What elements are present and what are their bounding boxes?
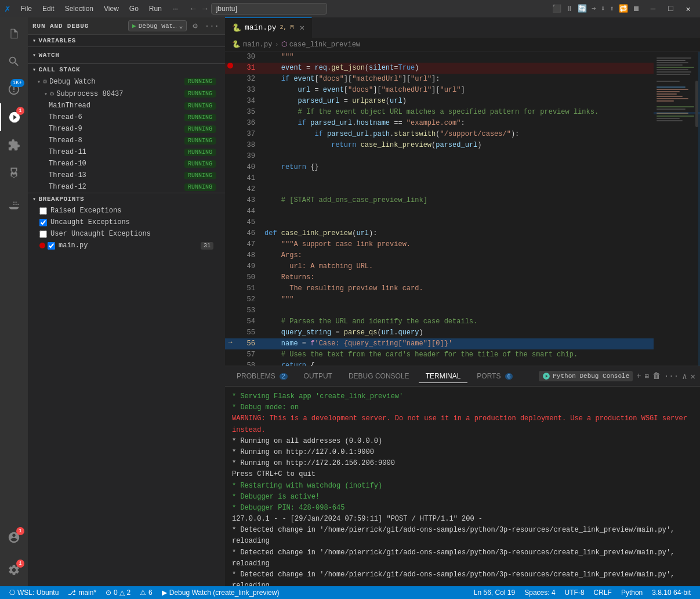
breadcrumb-file[interactable]: main.py bbox=[243, 41, 272, 49]
activity-search[interactable] bbox=[0, 48, 28, 75]
menu-more[interactable]: ··· bbox=[168, 3, 183, 14]
terminal-line-12: * Detected change in '/home/pierrick/git… bbox=[232, 525, 693, 547]
menu-view[interactable]: View bbox=[99, 3, 124, 14]
watch-header[interactable]: ▾ WATCH bbox=[28, 49, 225, 61]
svg-rect-21 bbox=[657, 116, 694, 117]
debug-more-button[interactable]: ··· bbox=[204, 20, 220, 32]
warning-icon: ⚠ bbox=[140, 589, 146, 597]
variables-header[interactable]: ▾ VARIABLES bbox=[28, 35, 225, 46]
tab-ports[interactable]: PORTS 6 bbox=[470, 370, 520, 383]
debug-status-icon: ▶ bbox=[162, 589, 167, 597]
activity-run-debug[interactable]: 1 bbox=[0, 103, 28, 131]
status-wsl[interactable]: ⎔ WSL: Ubuntu bbox=[5, 589, 63, 597]
menu-selection[interactable]: Selection bbox=[60, 3, 98, 14]
status-spaces[interactable]: Spaces: 4 bbox=[520, 589, 560, 597]
terminal-label: TERMINAL bbox=[426, 372, 461, 380]
nav-forward[interactable]: → bbox=[200, 3, 209, 15]
status-python-version[interactable]: 3.8.10 64-bit bbox=[647, 589, 695, 597]
bp-circle-31 bbox=[227, 63, 233, 68]
status-debug[interactable]: ▶ Debug Watch (create_link_preview) bbox=[157, 589, 284, 597]
activity-source-control[interactable]: 1K+ bbox=[0, 75, 28, 103]
callstack-thread13[interactable]: Thread-13 RUNNING bbox=[28, 169, 225, 181]
tab-close-icon[interactable]: ✕ bbox=[300, 23, 304, 33]
terminal-maximize-button[interactable]: ∧ bbox=[682, 371, 687, 381]
callstack-thread11[interactable]: Thread-11 RUNNING bbox=[28, 146, 225, 158]
status-language[interactable]: Python bbox=[616, 589, 647, 597]
activity-docker[interactable] bbox=[0, 192, 28, 219]
callstack-thread9[interactable]: Thread-9 RUNNING bbox=[28, 123, 225, 135]
status-errors[interactable]: ⊙ 0 △ 2 bbox=[101, 589, 135, 597]
terminal-close-button[interactable]: ✕ bbox=[691, 371, 695, 381]
tab-debug-console[interactable]: DEBUG CONSOLE bbox=[342, 370, 416, 383]
tab-problems[interactable]: PROBLEMS 2 bbox=[230, 370, 295, 383]
bp-raised-checkbox[interactable] bbox=[39, 207, 47, 215]
terminal-add-button[interactable]: + bbox=[636, 371, 641, 381]
linenum-42: 42 bbox=[235, 184, 264, 195]
minimap-bg bbox=[654, 52, 700, 366]
bp-user-uncaught[interactable]: User Uncaught Exceptions bbox=[28, 228, 225, 240]
bp-user-uncaught-checkbox[interactable] bbox=[39, 230, 47, 238]
nav-back[interactable]: ← bbox=[188, 3, 198, 15]
debug-settings-button[interactable]: ⚙ bbox=[191, 20, 198, 32]
code-editor[interactable]: 30 """ 31 event = req.get_json(silent=Tr… bbox=[225, 52, 654, 366]
bp-mainpy-checkbox[interactable] bbox=[48, 242, 55, 250]
settings-badge: 1 bbox=[16, 560, 24, 568]
status-branch[interactable]: ⎇ main* bbox=[63, 589, 101, 597]
status-encoding[interactable]: UTF-8 bbox=[560, 589, 589, 597]
callstack-mainthread[interactable]: MainThread RUNNING bbox=[28, 100, 225, 111]
breakpoint-dot bbox=[39, 243, 45, 248]
callstack-subprocess[interactable]: ▾ ⚙ Subprocess 80437 RUNNING bbox=[28, 88, 225, 100]
minimize-button[interactable]: — bbox=[646, 3, 660, 15]
callstack-thread6[interactable]: Thread-6 RUNNING bbox=[28, 111, 225, 123]
status-position[interactable]: Ln 56, Col 19 bbox=[469, 589, 520, 597]
linecontent-34: parsed_url = urlparse(url) bbox=[264, 96, 654, 107]
breadcrumb-symbol[interactable]: case_link_preview bbox=[289, 41, 360, 49]
menu-go[interactable]: Go bbox=[125, 3, 143, 14]
bp-mainpy[interactable]: main.py 31 bbox=[28, 240, 225, 251]
callstack-thread12[interactable]: Thread-12 RUNNING bbox=[28, 181, 225, 193]
breadcrumb: 🐍 main.py › ⬡ case_link_preview bbox=[225, 38, 700, 52]
thread9-label: Thread-9 bbox=[49, 125, 82, 133]
maximize-button[interactable]: □ bbox=[663, 3, 677, 15]
debug-selector[interactable]: ▶ Debug Wat… ⌄ bbox=[128, 20, 187, 31]
terminal-more-button[interactable]: ··· bbox=[664, 371, 679, 381]
activity-settings[interactable]: 1 bbox=[0, 556, 28, 584]
linenum-35: 35 bbox=[235, 107, 264, 118]
status-eol[interactable]: CRLF bbox=[589, 589, 616, 597]
menu-file[interactable]: File bbox=[16, 3, 37, 14]
callstack-thread8[interactable]: Thread-8 RUNNING bbox=[28, 135, 225, 146]
callstack-thread10[interactable]: Thread-10 RUNNING bbox=[28, 158, 225, 169]
linecontent-31: event = req.get_json(silent=True) bbox=[264, 63, 654, 74]
callstack-arrow: ▾ bbox=[32, 66, 37, 73]
watch-section: ▾ WATCH bbox=[28, 46, 225, 63]
activity-explorer[interactable] bbox=[0, 20, 28, 48]
thread6-badge: RUNNING bbox=[184, 114, 216, 121]
terminal-line-10: * Debugger PIN: 428-098-645 bbox=[232, 503, 693, 514]
tab-output[interactable]: OUTPUT bbox=[297, 370, 339, 383]
linenum-48: 48 bbox=[235, 250, 264, 261]
bp-uncaught-checkbox[interactable] bbox=[39, 219, 47, 226]
code-line-47: 47 """A support case link preview. bbox=[225, 239, 654, 250]
callstack-debug-watch[interactable]: ▾ ⚙ Debug Watch RUNNING bbox=[28, 75, 225, 88]
activity-testing[interactable] bbox=[0, 159, 28, 187]
tab-mainpy[interactable]: 🐍 main.py 2, M ✕ bbox=[225, 17, 312, 38]
bp-uncaught-exceptions[interactable]: Uncaught Exceptions bbox=[28, 216, 225, 228]
status-warnings[interactable]: ⚠ 6 bbox=[135, 589, 157, 597]
accounts-badge: 1 bbox=[16, 527, 24, 535]
terminal-trash-button[interactable]: 🗑 bbox=[652, 371, 661, 381]
activity-extensions[interactable] bbox=[0, 131, 28, 159]
terminal-split-button[interactable]: ⊞ bbox=[645, 372, 649, 381]
terminal-body[interactable]: * Serving Flask app 'create_link_preview… bbox=[225, 387, 700, 586]
linecontent-46: def case_link_preview(url): bbox=[264, 228, 654, 239]
breakpoints-header[interactable]: ▾ BREAKPOINTS bbox=[28, 193, 225, 205]
menu-run[interactable]: Run bbox=[144, 3, 166, 14]
activity-accounts[interactable]: 1 bbox=[0, 524, 28, 551]
breakpoints-label: BREAKPOINTS bbox=[39, 196, 85, 203]
branch-icon: ⎇ bbox=[68, 589, 76, 597]
bp-raised-exceptions[interactable]: Raised Exceptions bbox=[28, 205, 225, 216]
close-button[interactable]: ✕ bbox=[681, 3, 695, 15]
tab-terminal[interactable]: TERMINAL bbox=[419, 370, 468, 383]
menu-edit[interactable]: Edit bbox=[38, 3, 59, 14]
callstack-header[interactable]: ▾ CALL STACK bbox=[28, 64, 225, 75]
search-input[interactable] bbox=[211, 3, 327, 15]
